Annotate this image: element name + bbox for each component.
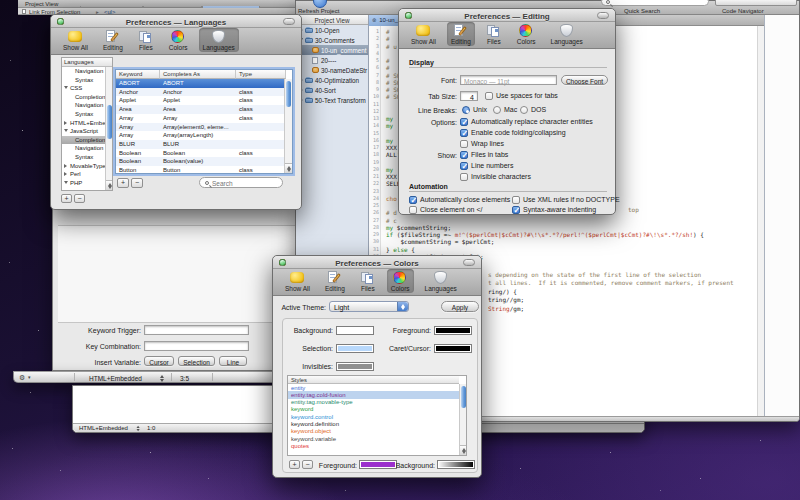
style-item-entity-tag-cold-fusion[interactable]: entity.tag.cold-fusion xyxy=(288,391,459,398)
checkbox[interactable] xyxy=(409,206,417,214)
disclosure-right-icon[interactable] xyxy=(64,164,67,168)
tree-item-50-text-transform[interactable]: 50-Text Transform xyxy=(296,95,368,105)
gear-menu-arrow-icon[interactable]: ▾ xyxy=(28,374,31,380)
disclosure-right-icon[interactable] xyxy=(64,172,67,176)
table-row[interactable]: ArrayArray(element0, eleme... xyxy=(116,123,284,132)
color-swatch[interactable] xyxy=(336,362,374,371)
scrollbar-arrows[interactable] xyxy=(106,180,112,190)
key-combination-field[interactable] xyxy=(144,341,249,351)
column-header-type[interactable]: Type xyxy=(236,70,286,79)
popup-arrows-icon[interactable] xyxy=(160,375,165,382)
tree-item-10-un-comment[interactable]: 10-un_comment xyxy=(296,45,368,55)
toolbar-item-colors[interactable]: Colors xyxy=(513,22,540,46)
disclosure-right-icon[interactable] xyxy=(64,121,67,125)
languages-scrollbar[interactable] xyxy=(105,67,112,190)
toolbar-item-files[interactable]: Files xyxy=(482,22,506,46)
active-theme-popup[interactable]: Light xyxy=(329,301,409,312)
toolbar-item-show-all[interactable]: Show All xyxy=(59,28,92,52)
table-row[interactable]: ArrayArrayclass xyxy=(116,114,284,123)
style-item-keyword[interactable]: keyword xyxy=(288,406,459,413)
use-spaces-checkbox[interactable]: Use spaces for tabs xyxy=(485,92,558,100)
color-swatch[interactable] xyxy=(434,344,472,353)
checkbox-wrap-lines[interactable]: Wrap lines xyxy=(460,140,504,148)
scrollbar-thumb[interactable] xyxy=(286,81,291,107)
checkbox-automatically-replace-character-entities[interactable]: Automatically replace character entities xyxy=(460,118,593,126)
toolbar-item-languages[interactable]: Languages xyxy=(199,28,239,52)
checkbox[interactable] xyxy=(409,196,417,204)
checkbox[interactable] xyxy=(460,173,468,181)
editor-scrollbar[interactable] xyxy=(757,26,764,416)
radio-button[interactable] xyxy=(520,106,528,114)
style-item-quotes[interactable]: quotes xyxy=(288,442,459,449)
column-header-completes-as[interactable]: Completes As xyxy=(160,70,236,79)
language-item-php[interactable]: PHP xyxy=(62,179,106,188)
checkbox-use-xml-rules-if-no-doctype[interactable]: Use XML rules if no DOCTYPE xyxy=(512,196,620,204)
table-row[interactable]: BooleanBoolean(value) xyxy=(116,157,284,166)
language-item-html-embedded[interactable]: HTML+Embedded xyxy=(62,119,106,128)
style-item-entity[interactable]: entity xyxy=(288,384,459,391)
checkbox[interactable] xyxy=(485,92,493,100)
language-item-movabletype[interactable]: MovableType xyxy=(62,162,106,171)
scrollbar-thumb[interactable] xyxy=(461,386,466,408)
disclosure-down-icon[interactable] xyxy=(64,181,68,184)
tree-item-20-[interactable]: 20---- xyxy=(296,55,368,65)
styles-scrollbar[interactable] xyxy=(459,384,466,455)
language-popup[interactable]: HTML+Embedded xyxy=(89,375,142,382)
checkbox[interactable] xyxy=(460,162,468,170)
checkbox[interactable] xyxy=(460,151,468,159)
tab-size-field[interactable]: 4 xyxy=(460,91,478,101)
language-item-perl[interactable]: Perl xyxy=(62,170,106,179)
table-row[interactable]: ButtonButtonclass xyxy=(116,166,284,173)
languages-list-header[interactable]: Languages xyxy=(62,58,112,67)
color-swatch[interactable] xyxy=(336,326,374,335)
toolbar-item-editing[interactable]: Editing xyxy=(321,269,349,293)
scrollbar-arrows[interactable] xyxy=(460,445,466,455)
style-item-keyword-object[interactable]: keyword.object xyxy=(288,428,459,435)
checkbox[interactable] xyxy=(460,129,468,137)
checkbox-files-in-tabs[interactable]: Files in tabs xyxy=(460,151,508,159)
table-row[interactable]: ArrayArray(arrayLength) xyxy=(116,131,284,140)
table-row[interactable]: AppletAppletclass xyxy=(116,96,284,105)
checkbox[interactable] xyxy=(512,206,520,214)
toolbar-toggle-button[interactable] xyxy=(597,12,609,19)
toolbar-toggle-button[interactable] xyxy=(283,18,295,25)
title-bar[interactable]: Preferences — Colors xyxy=(273,256,481,269)
scrollbar-arrows[interactable] xyxy=(285,163,292,173)
toolbar-toggle-button[interactable] xyxy=(463,259,475,266)
style-item-keyword-definition[interactable]: keyword.definition xyxy=(288,421,459,428)
disclosure-down-icon[interactable] xyxy=(64,86,68,89)
language-item-syntax[interactable]: Syntax xyxy=(62,76,106,85)
toolbar-item-editing[interactable]: Editing xyxy=(447,22,475,46)
language-item-navigation[interactable]: Navigation xyxy=(62,144,106,153)
tree-item-40-optimization[interactable]: 40-Optimization xyxy=(296,75,368,85)
styles-header[interactable]: Styles xyxy=(288,376,459,384)
insert-cursor-button[interactable]: Cursor xyxy=(144,356,174,366)
popup-arrows-icon[interactable] xyxy=(137,426,141,432)
checkbox-line-numbers[interactable]: Line numbers xyxy=(460,162,513,170)
title-bar[interactable]: Preferences — Languages xyxy=(51,15,301,28)
remove-keyword-button[interactable]: − xyxy=(131,178,143,188)
toolbar-item-languages[interactable]: Languages xyxy=(421,269,461,293)
font-field[interactable]: Monaco — 11pt xyxy=(460,75,557,85)
color-swatch[interactable] xyxy=(434,326,472,335)
disclosure-down-icon[interactable] xyxy=(64,129,68,132)
quick-search-field[interactable] xyxy=(601,0,709,6)
insert-selection-button[interactable]: Selection xyxy=(178,356,215,366)
style-item-keyword-variable[interactable]: keyword.variable xyxy=(288,435,459,442)
toolbar-item-colors[interactable]: Colors xyxy=(165,28,192,52)
language-item-completion[interactable]: Completion xyxy=(62,93,106,102)
checkbox-close-element-on-[interactable]: Close element on </ xyxy=(409,206,482,214)
toolbar-item-files[interactable]: Files xyxy=(134,28,158,52)
add-keyword-button[interactable]: + xyxy=(117,178,129,188)
checkbox[interactable] xyxy=(512,196,520,204)
toolbar-item-show-all[interactable]: Show All xyxy=(407,22,440,46)
add-language-button[interactable]: + xyxy=(61,194,72,203)
style-item-entity-tag-movable-type[interactable]: entity.tag.movable-type xyxy=(288,399,459,406)
style-background-swatch[interactable] xyxy=(437,460,475,469)
table-row[interactable]: AreaAreaclass xyxy=(116,105,284,114)
refresh-project-icon[interactable] xyxy=(313,0,327,8)
gear-icon[interactable]: ⚙ xyxy=(19,374,25,382)
apply-button[interactable]: Apply xyxy=(441,301,479,312)
insert-line-button[interactable]: Line xyxy=(219,356,247,366)
title-bar[interactable]: Preferences — Editing xyxy=(399,9,615,22)
